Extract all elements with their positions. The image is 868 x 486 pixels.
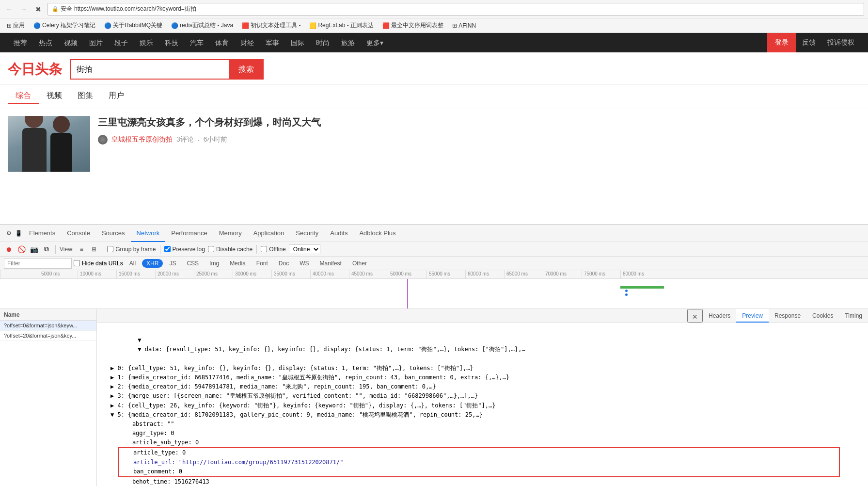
detail-tab-bar: ✕ Headers Preview Response Cookies Timin… [97,309,868,323]
login-button[interactable]: 登录 [767,33,796,52]
tab-application[interactable]: Application [248,225,290,242]
offline-checkbox[interactable]: Offline [261,246,285,253]
filter-manifest[interactable]: Manifest [316,259,346,268]
sitenav-fashion[interactable]: 时尚 [310,33,335,52]
tick-5000: 5000 ms [39,270,78,278]
detail-tab-preview[interactable]: Preview [736,309,769,323]
list-view-button[interactable]: ≡ [77,244,86,254]
sitenav-travel[interactable]: 旅游 [335,33,361,52]
sitenav-hot[interactable]: 热点 [33,33,58,52]
tab-video[interactable]: 视频 [39,89,70,104]
sitenav-duanzi[interactable]: 段子 [109,33,134,52]
bookmark-afinn[interactable]: ⊞ AFINN [449,21,479,30]
tab-network[interactable]: Network [131,225,166,242]
bookmark-regex[interactable]: 🟨 RegExLab - 正则表达 [306,20,377,31]
hide-data-urls-checkbox[interactable]: Hide data URLs [74,260,123,267]
tab-user[interactable]: 用户 [101,89,132,104]
filter-xhr[interactable]: XHR [142,259,163,268]
bookmark-celery[interactable]: 🔵 Celery 框架学习笔记 [31,20,98,31]
author-name: 皇城根五爷原创街拍 [111,135,173,144]
json-root-label: ▼ data: {result_type: 51, key_info: {}, … [138,346,525,353]
tab-gallery[interactable]: 图集 [70,89,101,104]
sitenav-military[interactable]: 军事 [260,33,285,52]
filter-button[interactable]: ⧉ [42,244,51,254]
group-by-frame-checkbox[interactable]: Group by frame [107,246,156,253]
report-button[interactable]: 投诉侵权 [821,33,860,52]
sitenav-more[interactable]: 更多▾ [361,33,389,52]
detail-tab-timing[interactable]: Timing [839,309,868,323]
tab-memory[interactable]: Memory [213,225,248,242]
sitenav-recommend[interactable]: 推荐 [8,33,33,52]
detail-panel: ✕ Headers Preview Response Cookies Timin… [97,309,868,486]
address-bar[interactable]: 🔒 安全 https://www.toutiao.com/search/?key… [47,3,864,16]
filter-img[interactable]: Img [205,259,223,268]
filter-css[interactable]: CSS [182,259,203,268]
article-thumbnail [8,116,90,172]
tick-30000: 30000 ms [233,270,271,278]
search-button[interactable]: 搜索 [229,59,264,80]
refresh-button[interactable]: ✖ [33,4,44,15]
filter-font[interactable]: Font [252,259,272,268]
request-item-0[interactable]: ?offset=0&format=json&keyw... [0,321,96,331]
bookmark-redis[interactable]: 🔵 redis面试总结 - Java [168,20,236,31]
json-item-4: ▶ 4: {cell_type: 26, key_info: {keyword:… [103,401,862,410]
request-item-1[interactable]: ?offset=20&format=json&key... [0,331,96,341]
sitenav-video[interactable]: 视频 [58,33,83,52]
json-item-0-line[interactable]: ▶ 0: {cell_type: 51, key_info: {}, keyin… [110,364,862,373]
tab-sources[interactable]: Sources [96,225,131,242]
tick-15000: 15000 ms [116,270,155,278]
json-abstract: abstract: "" [118,420,862,429]
tick-10000: 10000 ms [78,270,116,278]
bookmark-text[interactable]: 🟥 初识文本处理工具 - [239,20,303,31]
json-item-5-header-line[interactable]: ▼ 5: {media_creator_id: 81702091183, gal… [110,410,862,420]
detail-tab-response[interactable]: Response [769,309,806,323]
detail-tab-cookies[interactable]: Cookies [806,309,839,323]
tab-performance[interactable]: Performance [165,225,213,242]
timeline-area: 5000 ms 10000 ms 15000 ms 20000 ms 25000… [0,270,868,309]
throttle-select[interactable]: Online [289,244,320,254]
json-item-1-line[interactable]: ▶ 1: {media_creator_id: 6685177416, medi… [110,373,862,382]
tab-elements[interactable]: Elements [23,225,61,242]
detail-tab-headers[interactable]: Headers [703,309,736,323]
bookmark-rabbitmq[interactable]: 🔵 关于RabbitMQ关键 [101,20,165,31]
grid-view-button[interactable]: ⊞ [89,244,99,254]
filter-media[interactable]: Media [225,259,250,268]
filter-input[interactable] [4,258,72,269]
tab-audits[interactable]: Audits [324,225,353,242]
sitenav-car[interactable]: 汽车 [184,33,209,52]
forward-button[interactable]: → [18,4,29,15]
sitenav-intl[interactable]: 国际 [285,33,310,52]
sitenav-tech[interactable]: 科技 [159,33,184,52]
filter-doc[interactable]: Doc [274,259,293,268]
filter-js[interactable]: JS [165,259,180,268]
camera-button[interactable]: 📷 [29,244,39,254]
json-item-4-line[interactable]: ▶ 4: {cell_type: 26, key_info: {keyword:… [110,401,862,410]
filter-other[interactable]: Other [348,259,371,268]
json-root-toggle[interactable]: ▼ [138,337,141,343]
sitenav-finance[interactable]: 财经 [235,33,260,52]
filter-ws[interactable]: WS [295,259,313,268]
preserve-log-checkbox[interactable]: Preserve log [164,246,205,253]
devtools-toggle-icon[interactable]: ⚙ [4,228,14,238]
back-button[interactable]: ← [4,4,15,15]
sitenav-ent[interactable]: 娱乐 [134,33,159,52]
json-item-3-line[interactable]: ▶ 3: {merge_user: [{screen_name: "皇城根五爷原… [110,391,862,401]
tab-comprehensive[interactable]: 综合 [8,89,39,104]
sitenav-sports[interactable]: 体育 [209,33,235,52]
tab-adblock[interactable]: Adblock Plus [353,225,401,242]
bookmark-apps[interactable]: ⊞ 应用 [4,20,28,31]
devtools-responsive-icon[interactable]: 📱 [14,228,23,238]
record-button[interactable]: ⏺ [4,244,14,254]
close-detail-button[interactable]: ✕ [687,309,703,323]
sitenav-photo[interactable]: 图片 [83,33,109,52]
tab-security[interactable]: Security [290,225,324,242]
json-item-2-line[interactable]: ▶ 2: {media_creator_id: 59478914781, med… [110,382,862,391]
feedback-button[interactable]: 反馈 [796,33,821,52]
network-toolbar: ⏺ 🚫 📷 ⧉ View: ≡ ⊞ Group by frame Preserv… [0,242,868,257]
search-input[interactable] [70,59,229,80]
bookmark-chinese[interactable]: 🟥 最全中文停用词表整 [379,20,446,31]
clear-button[interactable]: 🚫 [16,244,26,254]
disable-cache-checkbox[interactable]: Disable cache [208,246,253,253]
filter-all[interactable]: All [125,259,140,268]
tab-console[interactable]: Console [61,225,96,242]
